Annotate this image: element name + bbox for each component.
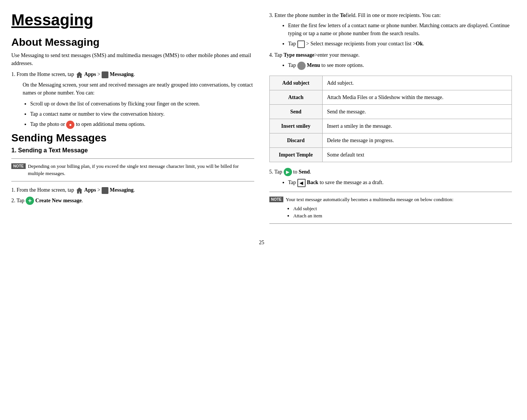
about-step1-messaging: Messaging xyxy=(110,71,134,77)
table-cell-label: Add subject xyxy=(269,76,322,90)
contacts-icon xyxy=(297,40,305,48)
table-row: Import Temple Some default text xyxy=(269,147,512,162)
note-label-1: NOTE xyxy=(11,163,26,169)
sending-step1-apps: Apps xyxy=(84,187,96,193)
sending-step2: 2. Tap + Create New message. xyxy=(11,197,254,205)
bullet-tap-photo: Tap the photo or ● to open additional me… xyxy=(30,120,254,129)
note-label-2: NOTE xyxy=(269,197,284,202)
step5: 5. Tap ▶ to Send. xyxy=(269,168,512,177)
note-box-2: NOTE Your text message automatically bec… xyxy=(269,192,512,224)
bullet-tap-contact: Tap a contact name or number to view the… xyxy=(30,110,254,118)
table-row: Send Send the message. xyxy=(269,104,512,119)
table-cell-label: Insert smiley xyxy=(269,119,322,133)
step3-bullets: Enter the first few letters of a contact… xyxy=(288,22,512,48)
table-cell-desc: Delete the message in progress. xyxy=(322,133,512,147)
create-new-message: Create New message xyxy=(36,198,82,203)
sending-step1-messaging: Messaging xyxy=(110,187,134,193)
left-column: Messaging About Messaging Use Messaging … xyxy=(11,11,254,228)
back-icon: ◀ xyxy=(297,179,306,187)
step4-bullets: Tap Menu to see more options. xyxy=(288,61,512,70)
table-cell-label: Import Temple xyxy=(269,147,322,162)
table-row: Add subject Add subject. xyxy=(269,76,512,90)
table-cell-label: Attach xyxy=(269,90,322,104)
step3-bullet-2: Tap > Select message recipients from you… xyxy=(288,40,512,48)
sending-sub-heading: 1. Sending a Text Message xyxy=(11,147,254,154)
about-step1-apps: Apps xyxy=(84,71,96,77)
send-icon: ▶ xyxy=(284,168,292,176)
messaging-icon-2 xyxy=(102,187,108,194)
table-cell-label: Discard xyxy=(269,133,322,147)
table-row: Insert smiley Insert a smiley in the mes… xyxy=(269,119,512,133)
table-row: Attach Attach Media Files or a Slideshow… xyxy=(269,90,512,104)
note2-bullet-2: Attach an item xyxy=(293,212,453,220)
bullet-scroll: Scroll up or down the list of conversati… xyxy=(30,100,254,108)
home-icon xyxy=(76,71,83,79)
note-box-1: NOTE Depending on your billing plan, if … xyxy=(11,158,254,181)
step5-bullets: Tap ◀ Back to save the message as a draf… xyxy=(288,178,512,187)
menu-icon xyxy=(297,62,306,70)
table-cell-label: Send xyxy=(269,104,322,119)
plus-icon: + xyxy=(26,197,34,205)
table-row: Discard Delete the message in progress. xyxy=(269,133,512,147)
about-heading: About Messaging xyxy=(11,36,254,48)
table-cell-desc: Some default text xyxy=(322,147,512,162)
about-step1: 1. From the Home screen, tap Apps > Mess… xyxy=(11,70,254,79)
table-cell-desc: Send the message. xyxy=(322,104,512,119)
note-content-1: Depending on your billing plan, if you e… xyxy=(28,163,254,177)
sending-step1: 1. From the Home screen, tap Apps > Mess… xyxy=(11,186,254,194)
table-cell-desc: Insert a smiley in the message. xyxy=(322,119,512,133)
about-bullets: Scroll up or down the list of conversati… xyxy=(30,100,254,129)
note2-bullet-1: Add subject xyxy=(293,205,453,212)
about-intro: Use Messaging to send text messages (SMS… xyxy=(11,51,254,67)
person-icon: ● xyxy=(66,121,74,129)
page-main-title: Messaging xyxy=(11,11,254,29)
step4-menu-bullet: Tap Menu to see more options. xyxy=(288,61,512,70)
table-cell-desc: Add subject. xyxy=(322,76,512,90)
step4: 4. Tap Type message>enter your message. xyxy=(269,51,512,59)
step5-back-bullet: Tap ◀ Back to save the message as a draf… xyxy=(288,178,512,187)
options-table: Add subject Add subject. Attach Attach M… xyxy=(269,76,512,162)
step3: 3. Enter the phone number in the Tofield… xyxy=(269,11,512,19)
about-on-screen: On the Messaging screen, your sent and r… xyxy=(23,81,254,97)
note-content-2: Your text message automatically becomes … xyxy=(286,196,453,220)
messaging-icon-1 xyxy=(102,71,108,78)
step3-bullet-1: Enter the first few letters of a contact… xyxy=(288,22,512,37)
right-column: 3. Enter the phone number in the Tofield… xyxy=(269,11,512,228)
table-cell-desc: Attach Media Files or a Slideshow within… xyxy=(322,90,512,104)
page-number: 25 xyxy=(11,240,512,246)
sending-heading: Sending Messages xyxy=(11,132,254,144)
home-icon-2 xyxy=(76,187,83,194)
